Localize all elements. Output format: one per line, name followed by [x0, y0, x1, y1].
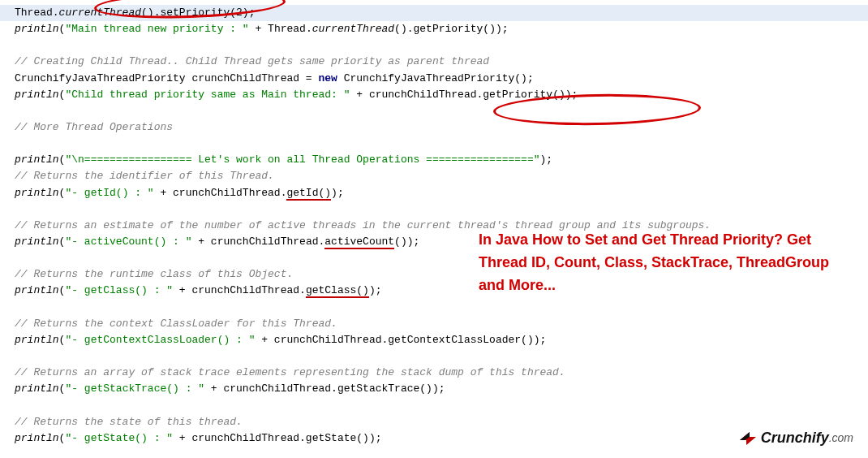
code-line-4: CrunchifyJavaThreadPriority crunchChildT…: [15, 71, 868, 87]
code-line-2: println("Main thread new priority : " + …: [15, 21, 868, 37]
text: println: [15, 153, 59, 166]
text: "- getClass() : ": [65, 284, 173, 296]
text: "Main thread new priority : ": [65, 23, 248, 35]
code-line-15: println("- getContextClassLoader() : " +…: [15, 332, 868, 348]
text: "- getContextClassLoader() : ": [65, 334, 255, 346]
text: );: [540, 153, 553, 166]
text: );: [369, 284, 382, 296]
text: + crunchChildThread.getPriority());: [350, 89, 578, 101]
code-line-7: println("\n================= Let's work …: [15, 152, 868, 168]
text: "- getId() : ": [65, 187, 153, 199]
text: + crunchChildThread.getState());: [173, 432, 381, 444]
blank: [15, 300, 868, 316]
comment: // Returns the identifier of this Thread…: [15, 168, 868, 184]
text: println: [15, 432, 59, 444]
text: "- getStackTrace() : ": [65, 382, 204, 395]
text: getClass(): [306, 284, 369, 298]
blank: [15, 136, 868, 152]
comment: // Returns an array of stack trace eleme…: [15, 365, 868, 381]
text: CrunchifyJavaThreadPriority();: [337, 72, 534, 84]
blank: [15, 348, 868, 365]
text: "\n================= Let's work on all T…: [65, 153, 539, 166]
text: new: [318, 72, 337, 84]
blank: [15, 397, 868, 413]
comment: // Returns the runtime class of this Obj…: [15, 266, 868, 283]
text: activeCount: [324, 235, 394, 249]
text: currentThread: [59, 6, 141, 19]
code-line-13: println("- getClass() : " + crunchChildT…: [15, 283, 868, 299]
code-line-5: println("Child thread priority same as M…: [15, 87, 868, 103]
code-line-9: println("- getId() : " + crunchChildThre…: [15, 185, 868, 201]
text: Thread.: [15, 6, 59, 19]
text: getId(): [286, 187, 331, 201]
text: + crunchChildThread.: [154, 187, 287, 199]
comment: // Returns the state of this thread.: [15, 414, 868, 430]
blank: [15, 447, 868, 458]
comment: // More Thread Operations: [15, 119, 868, 136]
text: println: [15, 382, 59, 395]
text: + crunchChildThread.getContextClassLoade…: [255, 334, 546, 346]
text: );: [331, 187, 344, 199]
text: println: [15, 334, 59, 346]
blank: [15, 103, 868, 119]
text: "- activeCount() : ": [65, 235, 191, 248]
code-line-19: println("- getState() : " + crunchChildT…: [15, 430, 868, 447]
text: currentThread: [312, 23, 394, 35]
text: ());: [394, 235, 419, 248]
blank: [15, 37, 868, 54]
code-line-17: println("- getStackTrace() : " + crunchC…: [15, 381, 868, 397]
comment: // Returns the context ClassLoader for t…: [15, 316, 868, 332]
text: ().setPriority(2);: [141, 6, 255, 19]
text: + crunchChildThread.: [191, 235, 324, 248]
code-line-11: println("- activeCount() : " + crunchChi…: [15, 234, 868, 250]
text: println: [15, 23, 59, 35]
text: ().getPriority());: [394, 23, 508, 35]
comment: // Creating Child Thread.. Child Thread …: [15, 54, 868, 70]
blank: [15, 201, 868, 218]
text: + crunchChildThread.: [173, 284, 306, 296]
text: + crunchChildThread.getStackTrace());: [204, 382, 445, 395]
text: "- getState() : ": [65, 432, 173, 444]
blank: [15, 250, 868, 266]
text: println: [15, 89, 59, 101]
text: + Thread.: [249, 23, 312, 35]
text: println: [15, 235, 59, 248]
text: println: [15, 187, 59, 199]
comment: // Returns an estimate of the number of …: [15, 218, 868, 234]
code-block: Thread.currentThread().setPriority(2); p…: [15, 5, 868, 458]
text: CrunchifyJavaThreadPriority crunchChildT…: [15, 72, 318, 84]
text: "Child thread priority same as Main thre…: [65, 89, 350, 101]
text: println: [15, 284, 59, 296]
code-line-1: Thread.currentThread().setPriority(2);: [0, 5, 868, 21]
